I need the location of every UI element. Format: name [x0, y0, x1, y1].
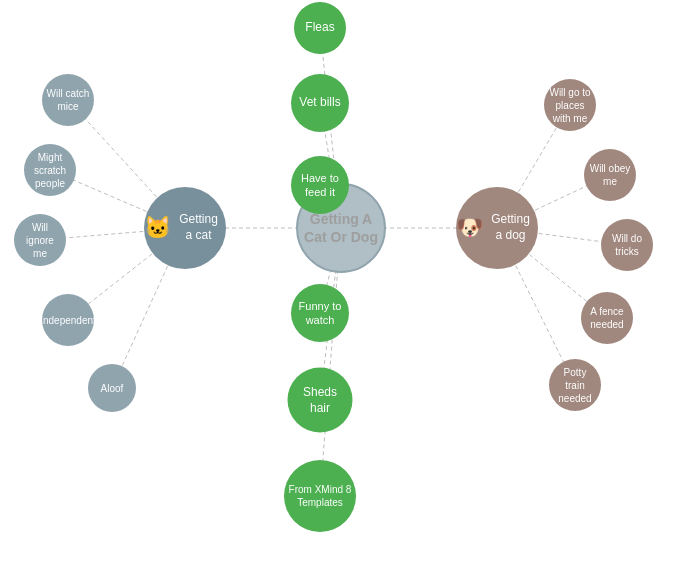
- node-label-fence: A fence needed: [581, 301, 633, 335]
- node-ignore: Will ignore me: [14, 214, 66, 266]
- node-obey: Will obey me: [584, 149, 636, 201]
- node-independent: Independent: [42, 294, 94, 346]
- node-fleas: Fleas: [294, 2, 346, 54]
- node-xmind: From XMind 8 Templates: [284, 460, 356, 532]
- node-shedshair: Sheds hair: [288, 368, 353, 433]
- node-label-xmind: From XMind 8 Templates: [284, 479, 356, 513]
- node-potty: Potty train needed: [549, 359, 601, 411]
- node-label-aloof: Aloof: [97, 378, 128, 399]
- node-label-tricks: Will do tricks: [601, 228, 653, 262]
- node-label-willcatch: Will catch mice: [42, 83, 94, 117]
- node-label-fleas: Fleas: [301, 16, 338, 40]
- node-label-ignore: Will ignore me: [14, 217, 66, 264]
- node-places: Will go to places with me: [544, 79, 596, 131]
- node-label-obey: Will obey me: [584, 158, 636, 192]
- node-aloof: Aloof: [88, 364, 136, 412]
- node-cat: 🐱Getting a cat: [144, 187, 226, 269]
- node-label-vetbills: Vet bills: [295, 91, 344, 115]
- node-label-shedshair: Sheds hair: [288, 380, 353, 419]
- node-fence: A fence needed: [581, 292, 633, 344]
- node-tricks: Will do tricks: [601, 219, 653, 271]
- node-vetbills: Vet bills: [291, 74, 349, 132]
- node-label-funny: Funny to watch: [291, 295, 349, 332]
- node-label-independent: Independent: [36, 310, 100, 331]
- node-label-feed: Have to feed it: [291, 167, 349, 204]
- node-label-scratch: Might scratch people: [24, 147, 76, 194]
- node-label-cat: Getting a cat: [171, 208, 226, 247]
- node-feed: Have to feed it: [291, 156, 349, 214]
- node-dog: 🐶Getting a dog: [456, 187, 538, 269]
- node-scratch: Might scratch people: [24, 144, 76, 196]
- mindmap-canvas: Getting A Cat Or Dog🐱Getting a cat🐶Getti…: [0, 0, 683, 563]
- node-funny: Funny to watch: [291, 284, 349, 342]
- node-label-places: Will go to places with me: [544, 82, 596, 129]
- node-label-potty: Potty train needed: [549, 362, 601, 409]
- node-willcatch: Will catch mice: [42, 74, 94, 126]
- node-label-dog: Getting a dog: [483, 208, 538, 247]
